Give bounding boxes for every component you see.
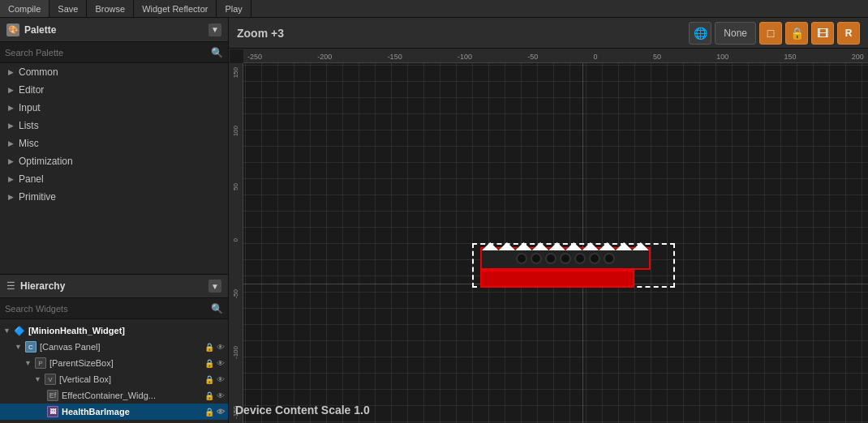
palette-header: 🎨 Palette ▼ — [0, 18, 228, 42]
editor-arrow-icon: ▶ — [8, 86, 14, 94]
effect-eye-icon[interactable]: 👁 — [217, 391, 225, 400]
hierarchy-tree: ▼ 🔷 [MinionHealth_Widget] ▼ C [Canvas Pa… — [0, 319, 228, 423]
panel-label: Panel — [19, 173, 44, 185]
palette-search-input[interactable] — [5, 48, 208, 58]
parent-size-label: [ParentSizeBox] — [49, 358, 114, 368]
play-btn[interactable]: Play — [217, 0, 251, 17]
vertical-box-label: [Vertical Box] — [59, 374, 111, 384]
minion-label: [MinionHealth_Widget] — [28, 326, 125, 335]
parent-lock-icon[interactable]: 🔒 — [204, 359, 214, 368]
lists-label: Lists — [19, 120, 39, 131]
hierarchy-search-input[interactable] — [5, 304, 208, 314]
parent-size-icon: P — [35, 357, 46, 369]
palette-title: Palette — [24, 24, 204, 36]
lists-arrow-icon: ▶ — [8, 122, 14, 130]
dcs-label: Device Content Scale 1.0 — [235, 404, 370, 417]
palette-item-input[interactable]: ▶ Input — [0, 99, 228, 117]
canvas-arrow-icon: ▼ — [15, 343, 22, 351]
ruler-p200: 200 — [852, 53, 864, 61]
ruler-p150: 150 — [784, 53, 797, 61]
palette-item-misc[interactable]: ▶ Misc — [0, 135, 228, 152]
ruler-left-numbers: 150 100 50 0 -50 -100 -150 — [229, 63, 243, 423]
widget-reflector-btn[interactable]: Widget Reflector — [134, 0, 217, 17]
input-arrow-icon: ▶ — [8, 104, 14, 112]
hierarchy-title: Hierarchy — [20, 280, 204, 292]
none-btn[interactable]: None — [715, 22, 756, 45]
optimization-label: Optimization — [19, 156, 73, 167]
lock-btn[interactable]: 🔒 — [785, 22, 808, 45]
health-bar-controls: 🔒 👁 — [204, 408, 225, 417]
ruler-r-50: -50 — [232, 289, 239, 299]
browse-btn[interactable]: Browse — [87, 0, 134, 17]
r-btn[interactable]: R — [837, 22, 860, 45]
editor-label: Editor — [19, 84, 44, 96]
tree-item-canvas-panel[interactable]: ▼ C [Canvas Panel] 🔒 👁 — [0, 339, 228, 355]
ruler-50: 50 — [232, 183, 239, 190]
vbox-arrow-icon: ▼ — [34, 375, 41, 383]
ruler-n200: -200 — [317, 53, 332, 61]
canvas-area: Zoom +3 🌐 None □ 🔒 🎞 R -250 -200 -150 -1… — [229, 18, 868, 423]
compile-btn[interactable]: Compile — [0, 0, 49, 17]
ruler-p100: 100 — [716, 53, 728, 61]
vertical-box-icon: V — [45, 374, 56, 385]
jagged-top — [482, 242, 649, 250]
tree-item-health-bar-image[interactable]: 🖼 HealthBarImage 🔒 👁 — [0, 404, 228, 420]
tree-item-vertical-box[interactable]: ▼ V [Vertical Box] 🔒 👁 — [0, 371, 228, 387]
primitive-label: Primitive — [19, 191, 56, 203]
palette-item-common[interactable]: ▶ Common — [0, 63, 228, 81]
palette-item-optimization[interactable]: ▶ Optimization — [0, 152, 228, 170]
optimization-arrow-icon: ▶ — [8, 157, 14, 165]
tree-item-effect-container[interactable]: Ef EffectContainer_Widg... 🔒 👁 — [0, 387, 228, 404]
ruler-n250: -250 — [247, 53, 262, 61]
save-btn[interactable]: Save — [49, 0, 87, 17]
effect-icon: Ef — [47, 390, 58, 401]
palette-icon: 🎨 — [6, 24, 19, 36]
primitive-arrow-icon: ▶ — [8, 193, 14, 201]
tree-item-parent-size-box[interactable]: ▼ P [ParentSizeBox] 🔒 👁 — [0, 355, 228, 371]
root-icon: 🔷 — [14, 325, 25, 336]
effect-container-label: EffectContainer_Widg... — [62, 391, 156, 400]
dot-3 — [545, 253, 556, 264]
parent-eye-icon[interactable]: 👁 — [217, 359, 225, 368]
palette-item-editor[interactable]: ▶ Editor — [0, 81, 228, 99]
filmstrip-btn[interactable]: 🎞 — [811, 22, 834, 45]
health-bar-eye-icon[interactable]: 👁 — [217, 408, 225, 417]
canvas-viewport[interactable]: -250 -200 -150 -100 -50 0 50 100 150 200… — [229, 49, 868, 423]
canvas-lock-icon[interactable]: 🔒 — [204, 343, 214, 352]
ruler-0: 0 — [594, 53, 598, 61]
top-bar: Compile Save Browse Widget Reflector Pla… — [0, 0, 868, 18]
palette-item-panel[interactable]: ▶ Panel — [0, 170, 228, 188]
ruler-n50: -50 — [527, 53, 538, 61]
canvas-panel-icon: C — [25, 341, 37, 352]
dot-5 — [574, 253, 586, 264]
hierarchy-search-icon: 🔍 — [211, 303, 223, 314]
vbox-eye-icon[interactable]: 👁 — [217, 375, 225, 384]
palette-collapse-btn[interactable]: ▼ — [208, 24, 221, 36]
ruler-r-100: -100 — [232, 346, 239, 359]
effect-container-visual — [480, 247, 651, 270]
common-arrow-icon: ▶ — [8, 68, 14, 76]
ruler-n150: -150 — [388, 53, 402, 61]
parentsize-arrow-icon: ▼ — [24, 359, 32, 367]
dot-6 — [589, 253, 600, 264]
effect-controls: 🔒 👁 — [204, 391, 225, 400]
square-btn[interactable]: □ — [759, 22, 782, 45]
tree-item-minion-health-widget[interactable]: ▼ 🔷 [MinionHealth_Widget] — [0, 323, 228, 339]
canvas-eye-icon[interactable]: 👁 — [217, 343, 225, 352]
health-bar-widget — [480, 247, 651, 296]
ruler-left: 150 100 50 0 -50 -100 -150 — [229, 63, 243, 423]
health-bar-red — [480, 270, 634, 288]
hierarchy-collapse-btn[interactable]: ▼ — [208, 280, 221, 293]
health-bar-lock-icon[interactable]: 🔒 — [204, 408, 214, 417]
ruler-top-numbers: -250 -200 -150 -100 -50 0 50 100 150 200 — [243, 53, 868, 62]
vbox-lock-icon[interactable]: 🔒 — [204, 375, 214, 384]
effect-lock-icon[interactable]: 🔒 — [204, 391, 214, 400]
hierarchy-search-bar: 🔍 — [0, 298, 228, 319]
ruler-150: 150 — [232, 67, 239, 78]
dot-4 — [560, 253, 571, 264]
zoom-label: Zoom +3 — [237, 27, 284, 40]
hierarchy-icon: ☰ — [6, 280, 15, 292]
palette-item-lists[interactable]: ▶ Lists — [0, 117, 228, 135]
palette-item-primitive[interactable]: ▶ Primitive — [0, 188, 228, 206]
globe-btn[interactable]: 🌐 — [689, 22, 711, 45]
